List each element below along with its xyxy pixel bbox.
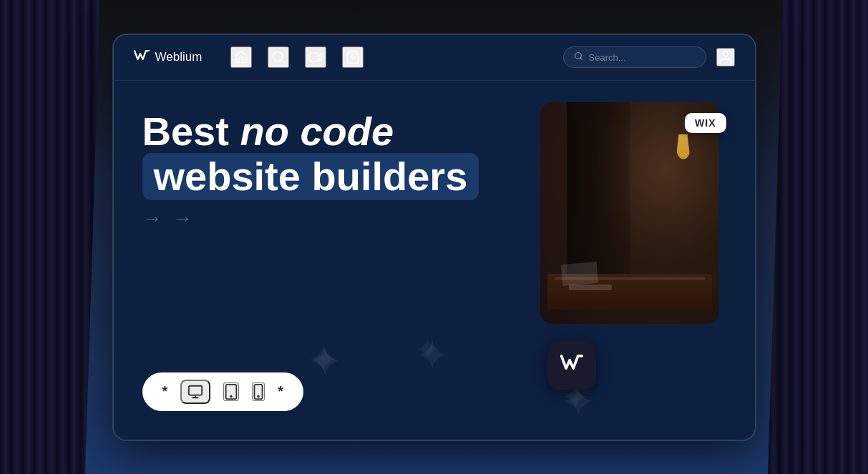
- bag-nav-button[interactable]: [342, 46, 364, 68]
- hero-title: Best no code website builders: [142, 109, 526, 200]
- room-image: [540, 102, 719, 324]
- star-left: *: [162, 383, 168, 400]
- svg-point-12: [230, 395, 232, 397]
- navbar: Weblium: [114, 35, 755, 81]
- svg-marker-3: [318, 54, 321, 61]
- video-nav-button[interactable]: [305, 46, 326, 68]
- nav-icons: [230, 46, 548, 68]
- logo[interactable]: Weblium: [134, 49, 203, 66]
- weblium-badge: [547, 341, 596, 390]
- star-right: *: [278, 383, 283, 400]
- search-nav-button[interactable]: [268, 46, 289, 68]
- search-bar[interactable]: [563, 46, 706, 68]
- svg-line-1: [281, 60, 284, 63]
- title-part1: Best: [142, 109, 240, 154]
- logo-icon: [134, 49, 150, 66]
- desktop-device-button[interactable]: [180, 380, 210, 404]
- svg-rect-8: [189, 385, 202, 395]
- arrows-row: → →: [142, 207, 526, 230]
- logo-text: Weblium: [155, 50, 203, 64]
- hero-section: ✦ ✦ ✦ ✦ Best no code website builders → …: [114, 81, 755, 440]
- room-bg: [540, 102, 719, 324]
- svg-rect-2: [310, 53, 319, 61]
- user-profile-button[interactable]: [716, 48, 735, 66]
- wix-badge: WIX: [685, 113, 726, 133]
- decorative-star-2: ✦: [414, 330, 442, 368]
- main-card: Weblium: [112, 34, 756, 441]
- title-highlight: website builders: [142, 153, 479, 200]
- lamp-shade: [676, 134, 691, 159]
- arrow-icon-2: →: [172, 207, 192, 230]
- tablet-device-button[interactable]: [223, 382, 239, 401]
- nav-right: [563, 46, 735, 68]
- search-icon: [574, 51, 583, 63]
- lamp-cord: [683, 117, 684, 134]
- arrow-icon-1: →: [142, 207, 162, 230]
- search-input[interactable]: [589, 52, 696, 63]
- svg-point-7: [723, 51, 728, 56]
- mobile-device-button[interactable]: [252, 382, 265, 401]
- weblium-logo-badge: [560, 354, 583, 377]
- hero-right: WIX: [540, 102, 726, 418]
- svg-point-14: [258, 395, 259, 397]
- device-bar: *: [142, 372, 304, 411]
- decorative-star-1: ✦: [307, 337, 340, 382]
- home-nav-button[interactable]: [230, 46, 252, 68]
- table-paper: [560, 261, 598, 285]
- title-part2: website builders: [154, 154, 468, 199]
- curtain-right: [768, 0, 868, 474]
- curtain-left: [0, 0, 100, 474]
- title-emphasis: no code: [240, 109, 394, 154]
- svg-line-6: [580, 58, 582, 59]
- wix-text: WIX: [695, 117, 716, 129]
